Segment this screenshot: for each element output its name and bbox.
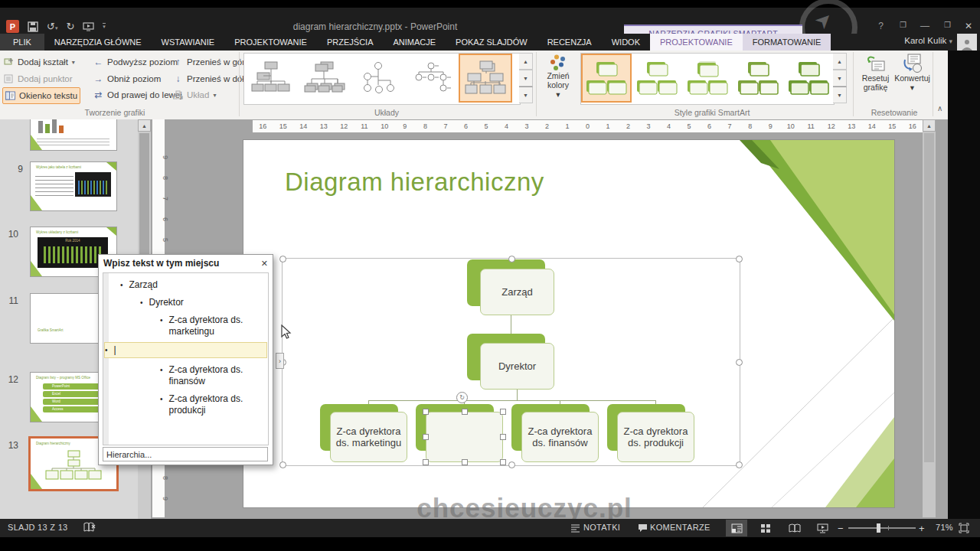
canvas-scrollbar[interactable]: ▲ [923, 119, 936, 517]
text-pane-header[interactable]: Wpisz tekst w tym miejscu ✕ [99, 255, 273, 272]
comments-button[interactable]: KOMENTARZE [650, 523, 710, 532]
text-pane-toggle-button[interactable]: Okienko tekstu [2, 87, 80, 104]
restore-icon[interactable]: ❐ [944, 21, 951, 29]
zoom-slider-track[interactable] [848, 527, 916, 529]
slide-editing-area[interactable]: Diagram hierarchiczny Zarząd Dyrektor Z-… [243, 140, 894, 507]
slide-sorter-view-button[interactable] [755, 520, 776, 536]
frame-handle[interactable] [736, 461, 743, 468]
style-option-3[interactable] [682, 54, 733, 103]
redo-icon[interactable]: ↻ [66, 21, 74, 31]
style-option-4[interactable] [733, 54, 783, 103]
tab-smartart-formatowanie[interactable]: FORMATOWANIE [743, 34, 831, 51]
change-colors-button[interactable]: Zmień kolory▾ [538, 51, 578, 112]
move-down-button[interactable]: ↓Przenieś w dół [173, 71, 244, 86]
scroll-up-icon[interactable]: ▲ [923, 119, 936, 132]
tab-animacje[interactable]: ANIMACJE [383, 34, 446, 51]
smartart-selection-frame[interactable] [282, 258, 740, 466]
normal-view-button[interactable] [726, 520, 747, 536]
outline-item[interactable]: •Dyrektor [103, 297, 268, 308]
tab-widok[interactable]: WIDOK [602, 34, 650, 51]
tab-projektowanie[interactable]: PROJEKTOWANIE [224, 34, 317, 51]
close-icon[interactable]: ✕ [261, 259, 268, 269]
slide-title[interactable]: Diagram hierarchiczny [285, 168, 544, 197]
close-icon[interactable]: ✕ [965, 21, 972, 31]
customize-qat-icon[interactable]: ▾ [103, 23, 106, 30]
zoom-slider-thumb[interactable] [877, 523, 880, 533]
layout-option-4[interactable] [405, 54, 459, 103]
gallery-down-icon[interactable]: ▼ [519, 70, 533, 86]
scroll-thumb[interactable] [924, 133, 934, 462]
reading-view-button[interactable] [784, 520, 805, 536]
gallery-up-icon[interactable]: ▲ [833, 53, 847, 70]
layout-option-1[interactable] [244, 54, 298, 103]
slideshow-view-button[interactable] [812, 520, 833, 536]
layout-button[interactable]: Układ▾ [173, 87, 216, 103]
zoom-level[interactable]: 71% [936, 523, 953, 532]
tab-pokaz-slajdow[interactable]: POKAZ SLAJDÓW [446, 34, 537, 51]
scroll-up-icon[interactable]: ▲ [138, 119, 151, 132]
zoom-in-button[interactable]: + [919, 523, 925, 534]
style-option-1-selected[interactable] [581, 54, 632, 103]
layout-option-5-selected[interactable] [459, 54, 512, 103]
outline-item[interactable]: •Zarząd [103, 279, 268, 291]
frame-handle[interactable] [279, 256, 286, 262]
spellcheck-icon[interactable] [83, 522, 96, 533]
ribbon-options-icon[interactable]: ❐ [900, 21, 906, 29]
gallery-down-icon[interactable]: ▼ [833, 70, 847, 86]
add-shape-button[interactable]: Dodaj kształt▾ [4, 54, 75, 70]
minimize-icon[interactable]: — [920, 21, 929, 31]
tab-wstawianie[interactable]: WSTAWIANIE [152, 34, 225, 51]
text-pane-launcher[interactable]: › [276, 353, 284, 369]
tab-narzedzia-glowne[interactable]: NARZĘDZIA GŁÓWNE [44, 34, 152, 51]
tab-recenzja[interactable]: RECENZJA [537, 34, 602, 51]
start-slideshow-icon[interactable] [83, 22, 94, 31]
collapse-ribbon-icon[interactable]: ∧ [937, 104, 942, 112]
layout-option-2[interactable] [298, 54, 351, 103]
convert-button[interactable]: Konwertuj▾ [894, 51, 930, 112]
undo-dropdown-icon[interactable]: ▾ [55, 25, 58, 31]
styles-gallery-scroll[interactable]: ▲ ▼ ▼ [833, 53, 847, 103]
powerpoint-logo-icon[interactable]: P [6, 20, 19, 33]
zoom-out-button[interactable]: − [838, 523, 844, 534]
text-pane-body[interactable]: •Zarząd •Dyrektor •Z-ca dyrektora ds. ma… [103, 272, 269, 445]
convert-dropdown-icon[interactable]: ▾ [910, 83, 914, 92]
outline-item[interactable]: •Z-ca dyrektora ds. produkcji [103, 393, 268, 416]
notes-button[interactable]: NOTATKI [583, 523, 620, 532]
fit-to-window-icon[interactable] [959, 523, 969, 533]
account-name[interactable]: Karol Kulik ▾ [904, 36, 952, 45]
smartart-text-pane[interactable]: Wpisz tekst w tym miejscu ✕ •Zarząd •Dyr… [98, 254, 273, 465]
save-icon[interactable] [28, 21, 38, 32]
tab-smartart-projektowanie[interactable]: PROJEKTOWANIE [650, 34, 743, 51]
outline-item-active[interactable]: •| [104, 342, 267, 358]
add-bullet-button[interactable]: Dodaj punktor [4, 71, 73, 86]
layout-option-3[interactable] [351, 54, 405, 103]
add-shape-dropdown-icon[interactable]: ▾ [72, 59, 75, 66]
frame-handle[interactable] [736, 359, 743, 366]
frame-handle[interactable] [508, 461, 515, 468]
help-icon[interactable]: ? [878, 21, 884, 31]
thumbnail-slide-9[interactable]: Wykres jako tabela z liczbami [31, 162, 116, 210]
avatar[interactable] [957, 34, 977, 51]
style-option-5[interactable] [783, 54, 834, 103]
gallery-more-icon[interactable]: ▼ [833, 86, 847, 103]
thumbnail-slide-8-partial[interactable] [31, 119, 116, 150]
demote-button[interactable]: →Obniż poziom [93, 71, 161, 86]
frame-handle[interactable] [736, 256, 743, 262]
reset-graphic-button[interactable]: Resetuj grafikę [858, 51, 893, 112]
change-colors-dropdown-icon[interactable]: ▾ [556, 90, 560, 99]
frame-handle[interactable] [279, 461, 286, 468]
style-option-2[interactable] [632, 54, 682, 103]
gallery-up-icon[interactable]: ▲ [519, 53, 533, 70]
outline-item[interactable]: •Z-ca dyrektora ds. finansów [103, 364, 268, 387]
gallery-more-icon[interactable]: ▼ [519, 86, 533, 103]
right-to-left-button[interactable]: ⇄Od prawej do lewej [93, 87, 182, 103]
account-dropdown-icon[interactable]: ▾ [949, 37, 952, 45]
tab-przejscia[interactable]: PRZEJŚCIA [317, 34, 384, 51]
horizontal-ruler[interactable]: 1615141312111098765432101234567891011121… [253, 120, 923, 132]
promote-button[interactable]: ←Podwyższ poziom [93, 54, 178, 70]
frame-handle[interactable] [508, 256, 515, 262]
tab-plik[interactable]: PLIK [0, 34, 44, 51]
layouts-gallery-scroll[interactable]: ▲ ▼ ▼ [519, 53, 533, 103]
outline-item[interactable]: •Z-ca dyrektora ds. marketingu [103, 315, 268, 337]
undo-icon[interactable]: ↺▾ [47, 21, 57, 32]
